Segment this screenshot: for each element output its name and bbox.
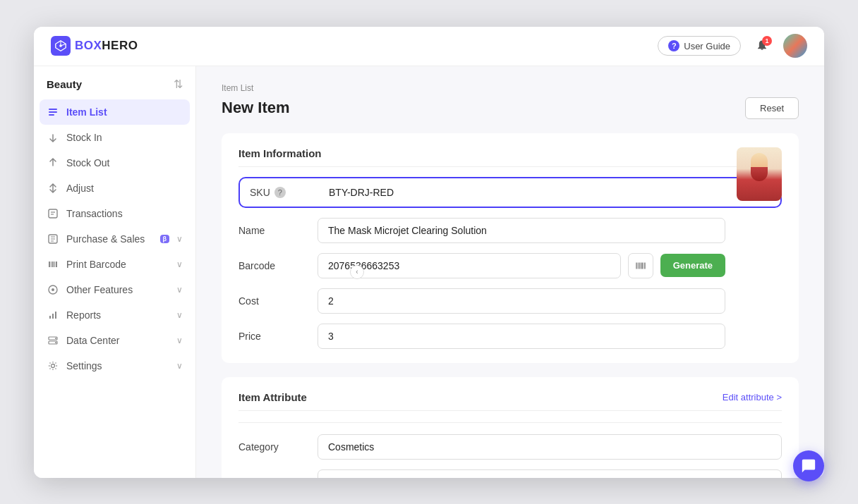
product-thumbnail — [737, 147, 782, 201]
stock-in-icon — [47, 131, 59, 144]
cost-label: Cost — [238, 295, 309, 307]
svg-rect-28 — [641, 262, 642, 269]
edit-attribute-link[interactable]: Edit attribute > — [723, 392, 782, 402]
sidebar-item-label: Purchase & Sales — [66, 233, 152, 245]
svg-rect-17 — [52, 314, 54, 319]
price-label: Price — [238, 331, 309, 342]
item-attr-section: Item Attribute Edit attribute > Category… — [222, 377, 799, 478]
purchase-icon — [47, 233, 59, 245]
transactions-icon — [47, 207, 59, 220]
scan-icon — [634, 259, 647, 272]
adjust-icon — [47, 182, 59, 195]
sidebar-item-settings[interactable]: Settings ∨ — [34, 353, 195, 379]
sidebar-item-transactions[interactable]: Transactions — [34, 201, 195, 226]
reset-button[interactable]: Reset — [745, 97, 799, 119]
sidebar: Beauty ⇅ Item List Stock In — [34, 66, 196, 478]
sidebar-item-label: Item List — [66, 106, 183, 118]
sidebar-item-label: Stock In — [66, 132, 183, 143]
svg-rect-12 — [54, 262, 55, 267]
logo-icon — [51, 36, 71, 56]
data-center-icon — [47, 334, 59, 347]
price-row: Price — [238, 324, 782, 349]
svg-point-21 — [55, 338, 56, 339]
barcode-scan-button[interactable] — [628, 253, 653, 278]
notification-button[interactable]: 1 — [751, 35, 773, 57]
body: Beauty ⇅ Item List Stock In — [34, 66, 824, 478]
product-image — [737, 147, 782, 201]
sidebar-header: Beauty ⇅ — [34, 78, 195, 99]
svg-rect-30 — [644, 262, 646, 269]
cost-input[interactable] — [318, 288, 725, 314]
svg-rect-27 — [640, 262, 641, 269]
workspace-switch-icon[interactable]: ⇅ — [174, 78, 183, 91]
reports-icon — [47, 309, 59, 321]
sidebar-item-item-list[interactable]: Item List — [40, 99, 190, 125]
other-features-icon — [47, 283, 59, 296]
avatar[interactable] — [783, 34, 807, 58]
subcategory-row: Sub-Category — [238, 469, 782, 478]
settings-icon — [47, 359, 59, 372]
barcode-input-group: Generate — [318, 253, 725, 278]
user-guide-label: User Guide — [684, 41, 730, 51]
category-input[interactable] — [318, 434, 782, 460]
sidebar-item-purchase-sales[interactable]: Purchase & Sales β ∨ — [34, 226, 195, 252]
beta-badge: β — [160, 235, 170, 243]
subcategory-input[interactable] — [318, 469, 782, 478]
page-header: New Item Reset — [222, 97, 799, 119]
sidebar-item-adjust[interactable]: Adjust — [34, 176, 195, 201]
sidebar-item-reports[interactable]: Reports ∨ — [34, 302, 195, 328]
barcode-row: Barcode — [238, 253, 782, 278]
chat-icon — [801, 458, 816, 474]
logo: BOXHERO — [51, 36, 138, 56]
svg-point-23 — [52, 364, 55, 367]
expand-icon: ∨ — [176, 361, 183, 371]
sidebar-item-other-features[interactable]: Other Features ∨ — [34, 277, 195, 302]
expand-icon: ∨ — [176, 336, 183, 345]
sidebar-item-label: Settings — [66, 360, 169, 371]
sidebar-item-stock-out[interactable]: Stock Out — [34, 150, 195, 176]
svg-rect-3 — [49, 111, 57, 113]
svg-point-15 — [52, 288, 54, 291]
svg-point-22 — [55, 342, 56, 343]
price-input[interactable] — [318, 324, 725, 349]
expand-icon: ∨ — [176, 310, 183, 320]
cost-row: Cost — [238, 288, 782, 314]
svg-point-1 — [59, 44, 62, 47]
question-icon: ? — [668, 40, 679, 51]
svg-rect-24 — [636, 262, 637, 269]
svg-rect-29 — [643, 262, 644, 269]
sku-help-icon[interactable]: ? — [274, 187, 286, 198]
sidebar-item-stock-in[interactable]: Stock In — [34, 125, 195, 150]
sku-input[interactable] — [329, 187, 771, 198]
notification-badge: 1 — [762, 36, 772, 46]
sidebar-item-label: Other Features — [66, 284, 169, 295]
item-info-section: Item Information SKU ? — [222, 133, 799, 363]
sku-label-group: SKU ? — [250, 187, 320, 198]
svg-rect-9 — [49, 262, 50, 267]
svg-rect-11 — [52, 262, 54, 267]
page-title: New Item — [222, 99, 290, 117]
expand-icon: ∨ — [176, 234, 183, 244]
user-guide-button[interactable]: ? User Guide — [658, 36, 741, 56]
svg-rect-13 — [56, 262, 57, 267]
svg-rect-2 — [49, 109, 57, 110]
category-row: Category — [238, 434, 782, 460]
name-input[interactable] — [318, 218, 725, 243]
sidebar-item-label: Print Barcode — [66, 259, 169, 270]
svg-rect-18 — [55, 312, 56, 319]
sidebar-item-label: Stock Out — [66, 157, 183, 168]
sidebar-item-data-center[interactable]: Data Center ∨ — [34, 328, 195, 353]
sidebar-item-print-barcode[interactable]: Print Barcode ∨ — [34, 252, 195, 277]
item-attr-title: Item Attribute — [238, 391, 307, 403]
svg-rect-5 — [49, 209, 57, 218]
sidebar-item-label: Transactions — [66, 208, 183, 219]
chat-button[interactable] — [793, 450, 824, 481]
sidebar-collapse-button[interactable]: ‹ — [350, 265, 364, 279]
sidebar-item-label: Data Center — [66, 335, 169, 346]
generate-button[interactable]: Generate — [660, 254, 725, 277]
item-info-title: Item Information — [238, 147, 782, 167]
expand-icon: ∨ — [176, 285, 183, 295]
barcode-label: Barcode — [238, 260, 309, 271]
svg-rect-10 — [51, 262, 52, 267]
logo-text: BOXHERO — [75, 39, 138, 53]
